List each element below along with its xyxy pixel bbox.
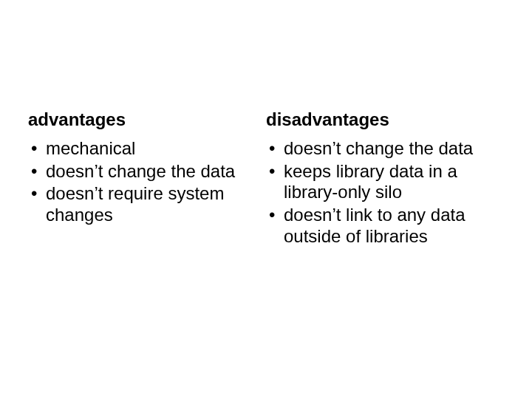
disadvantages-title: disadvantages	[266, 109, 497, 131]
disadvantages-column: disadvantages doesn’t change the data ke…	[266, 109, 504, 249]
slide: advantages mechanical doesn’t change the…	[0, 0, 532, 399]
list-item: doesn’t change the data	[28, 161, 259, 183]
list-item: doesn’t require system changes	[28, 183, 259, 226]
advantages-column: advantages mechanical doesn’t change the…	[28, 109, 266, 249]
list-item: keeps library data in a library-only sil…	[266, 161, 497, 204]
list-item: doesn’t change the data	[266, 138, 497, 160]
columns: advantages mechanical doesn’t change the…	[28, 109, 504, 249]
list-item: mechanical	[28, 138, 259, 160]
list-item: doesn’t link to any data outside of libr…	[266, 205, 497, 248]
disadvantages-list: doesn’t change the data keeps library da…	[266, 138, 497, 248]
advantages-list: mechanical doesn’t change the data doesn…	[28, 138, 259, 226]
advantages-title: advantages	[28, 109, 259, 131]
